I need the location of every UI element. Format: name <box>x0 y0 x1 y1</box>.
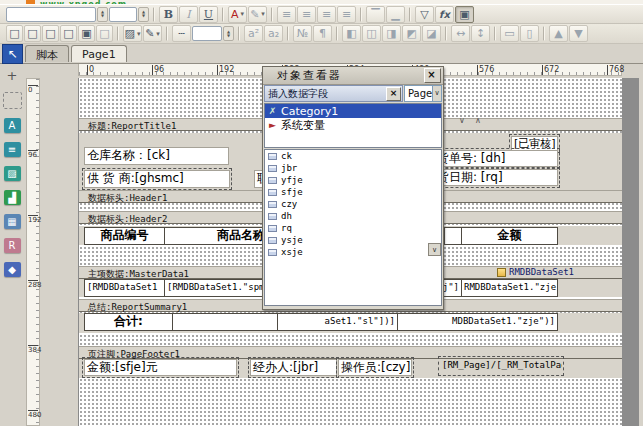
object-selector-combo[interactable]: Page ∨ <box>404 85 442 102</box>
same-width-button[interactable]: ↔ <box>451 25 470 42</box>
canvas-element[interactable]: aSet1."sl"])] <box>277 313 398 331</box>
window-titlebar[interactable]: 对象查看器 × <box>263 67 443 85</box>
size-to-grid-button[interactable]: ▭ <box>500 25 519 42</box>
canvas-element[interactable]: 经办人:[jbr] <box>250 359 337 376</box>
bring-to-front-button[interactable]: ▲ <box>549 25 568 42</box>
align-tops-button[interactable]: ◩ <box>402 25 421 42</box>
fill-color-button[interactable]: ▨ <box>123 25 142 42</box>
field-item[interactable]: dh <box>265 210 441 222</box>
canvas-element[interactable]: 金额 <box>461 227 558 245</box>
align-right-button[interactable]: ≡ <box>317 6 336 23</box>
insert-field-panel-header[interactable]: 插入数据字段 × <box>264 85 403 102</box>
insert-chart-icon[interactable]: ▟ <box>4 190 21 205</box>
align-middles-button[interactable]: ◪ <box>422 25 441 42</box>
hand-tool-icon[interactable]: + <box>4 68 21 83</box>
frame-bottom-button[interactable]: □ <box>42 25 59 42</box>
bold-button[interactable]: B <box>159 6 178 23</box>
field-item[interactable]: rq <box>265 222 441 234</box>
tab-script[interactable]: 脚本 <box>25 45 69 62</box>
field-item[interactable]: yfje <box>265 174 441 186</box>
field-item[interactable]: sfje <box>265 186 441 198</box>
subscript-button[interactable]: a₂ <box>264 25 283 42</box>
format-number-button[interactable]: № <box>293 25 312 42</box>
scroll-down-button[interactable]: ∨ <box>428 243 441 256</box>
insert-expression-button[interactable]: ▽ <box>415 6 434 23</box>
line-style-button[interactable]: ┄ <box>172 25 191 42</box>
format-paragraph-button[interactable]: ¶ <box>313 25 332 42</box>
insert-band-icon[interactable] <box>3 92 22 109</box>
canvas-element[interactable]: 商品编号 <box>84 227 165 245</box>
watermark-logo <box>26 0 35 4</box>
canvas-element[interactable]: [RMDBDataSet1."spmc"] <box>164 279 268 297</box>
align-top-button[interactable]: ▔ <box>366 6 385 23</box>
align-left-button[interactable]: ≡ <box>277 6 296 23</box>
align-left-edges-button[interactable]: ◧ <box>342 25 361 42</box>
canvas-element[interactable]: [已审核] <box>511 136 558 151</box>
canvas-element[interactable]: 操作员:[czy] <box>338 359 412 376</box>
align-center-button[interactable]: ≡ <box>297 6 316 23</box>
font-color-button[interactable]: A <box>228 6 247 23</box>
panel-close-icon[interactable]: × <box>386 87 401 101</box>
canvas-element[interactable] <box>444 227 462 245</box>
insert-crosstab-icon[interactable]: ▦ <box>4 214 21 229</box>
cursor-icon: ↖ <box>7 47 17 61</box>
canvas-element[interactable]: [RM_Page]/[_RM_TotalPages <box>440 358 562 374</box>
align-bottom-button[interactable]: ▁ <box>386 6 405 23</box>
tab-page1[interactable]: Page1 <box>71 45 127 62</box>
frame-right-button[interactable]: ▣ <box>78 25 95 42</box>
canvas-element[interactable]: RMDBDataSet1."zje"] <box>461 279 558 297</box>
fit-page-button[interactable]: ▯ <box>520 25 539 42</box>
insert-picture-icon[interactable]: ▨ <box>4 166 21 181</box>
canvas-element[interactable]: 合计: <box>84 313 173 331</box>
page-tabs: 脚本Page1 <box>25 45 127 63</box>
frame-editor-button[interactable]: ▣ <box>455 6 474 23</box>
font-size-spinner[interactable] <box>138 7 149 22</box>
watermark-strip: www.xpgod.com <box>0 0 643 4</box>
script-editor-button[interactable]: fx <box>435 6 454 23</box>
underline-button[interactable]: U <box>199 6 218 23</box>
field-item[interactable]: xsje <box>265 246 441 258</box>
field-item[interactable]: ck <box>265 150 441 162</box>
align-h-centers-button[interactable]: ◫ <box>362 25 381 42</box>
ruler-label: 288 <box>28 280 38 289</box>
align-justify-button[interactable]: ≡ <box>337 6 356 23</box>
line-width-spinner[interactable] <box>223 26 234 41</box>
chevron-down-icon: ∨ <box>432 86 441 101</box>
italic-button[interactable]: I <box>179 6 198 23</box>
canvas-element[interactable]: ∨ <box>459 116 471 126</box>
align-right-edges-button[interactable]: ◨ <box>382 25 401 42</box>
font-family-spinner[interactable] <box>97 7 108 22</box>
font-size-combo[interactable] <box>109 7 137 22</box>
canvas-element[interactable]: 仓库名称：[ck] <box>84 147 229 165</box>
canvas-element[interactable]: MDBDataSet1."zje")] <box>397 313 558 331</box>
canvas-element[interactable]: [RMDBDataSet1 <box>84 279 165 297</box>
insert-richtext-icon[interactable]: R <box>4 238 21 253</box>
field-item[interactable]: czy <box>265 198 441 210</box>
ruler-label: 0 <box>28 85 38 94</box>
field-item[interactable]: ysje <box>265 234 441 246</box>
frame-left-button[interactable]: □ <box>60 25 77 42</box>
font-family-combo[interactable] <box>6 7 96 22</box>
close-icon[interactable]: × <box>424 68 441 83</box>
frame-none-button[interactable]: □ <box>96 25 113 42</box>
frame-all-button[interactable]: □ <box>6 25 23 42</box>
insert-memo-icon[interactable]: ≡ <box>4 142 21 157</box>
tree-item[interactable]: ► 系统变量 <box>265 118 441 132</box>
canvas-element[interactable]: 供 货 商:[ghsmc] <box>84 170 230 188</box>
frame-top-button[interactable]: □ <box>24 25 41 42</box>
tree-item[interactable]: ✗ Category1 <box>265 104 441 118</box>
send-to-back-button[interactable]: ▼ <box>569 25 588 42</box>
same-height-button[interactable]: ↕ <box>471 25 490 42</box>
insert-text-icon[interactable]: A <box>4 118 21 133</box>
canvas-element[interactable] <box>172 313 278 331</box>
canvas-element[interactable]: ∧ <box>475 116 487 126</box>
superscript-button[interactable]: a² <box>244 25 263 42</box>
select-tool-button[interactable]: ↖ <box>2 44 23 64</box>
highlight-color-button[interactable]: ✎ <box>248 6 267 23</box>
insert-dbfield-icon[interactable]: ◆ <box>4 262 21 277</box>
field-item[interactable]: jbr <box>265 162 441 174</box>
line-color-button[interactable]: ✎ <box>143 25 162 42</box>
canvas-element[interactable]: 金额:[sfje]元 <box>84 359 237 376</box>
line-width-combo[interactable] <box>192 26 222 41</box>
canvas-element[interactable]: 商品名称 <box>164 227 268 245</box>
